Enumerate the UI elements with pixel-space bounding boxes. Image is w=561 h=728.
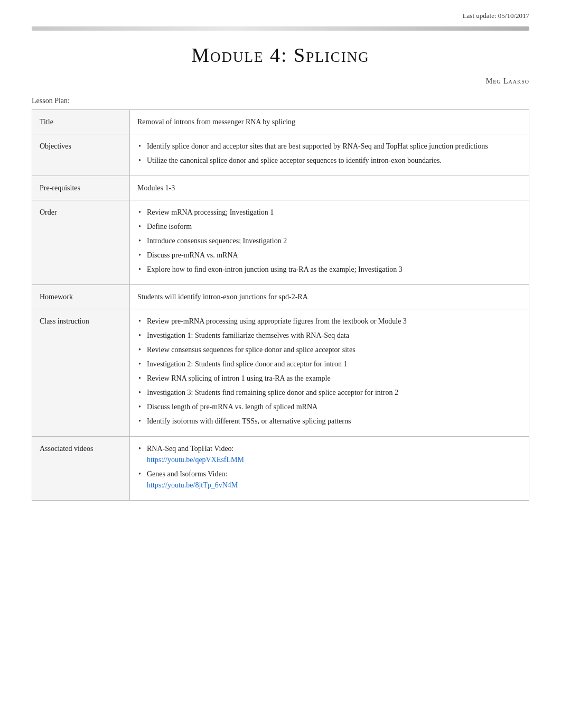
row-label: Objectives xyxy=(32,134,130,176)
list-item: Review consensus sequences for splice do… xyxy=(137,344,521,355)
last-update-text: Last update: 05/10/2017 xyxy=(32,11,529,21)
decorative-bar xyxy=(32,26,529,31)
page-container: Last update: 05/10/2017 Module 4: Splici… xyxy=(0,0,561,532)
module-title: Module 4: Splicing xyxy=(32,40,529,70)
table-row: Class instructionReview pre-mRNA process… xyxy=(32,309,529,436)
link-prefix: Genes and Isoforms Video: xyxy=(147,470,227,478)
lesson-plan-label: Lesson Plan: xyxy=(32,95,529,106)
row-content: Identify splice donor and acceptor sites… xyxy=(130,134,529,176)
row-label: Pre-requisites xyxy=(32,176,130,200)
list-item: Discuss length of pre-mRNA vs. length of… xyxy=(137,401,521,412)
table-row: ObjectivesIdentify splice donor and acce… xyxy=(32,134,529,176)
row-content: RNA-Seq and TopHat Video:https://youtu.b… xyxy=(130,436,529,500)
lesson-plan-table: TitleRemoval of introns from messenger R… xyxy=(32,109,529,501)
plain-content: Modules 1-3 xyxy=(137,182,521,193)
list-item: Investigation 3: Students find remaining… xyxy=(137,387,521,398)
list-item: Define isoform xyxy=(137,221,521,232)
row-content: Modules 1-3 xyxy=(130,176,529,200)
link-prefix: RNA-Seq and TopHat Video: xyxy=(147,445,233,453)
video-link[interactable]: https://youtu.be/8jtTp_6vN4M xyxy=(147,481,238,489)
list-item: Introduce consensus sequences; Investiga… xyxy=(137,235,521,246)
row-label: Homework xyxy=(32,284,130,309)
row-content: Removal of introns from messenger RNA by… xyxy=(130,109,529,134)
list-item: Investigation 1: Students familiarize th… xyxy=(137,330,521,341)
list-item: Review pre-mRNA processing using appropr… xyxy=(137,316,521,327)
row-label: Associated videos xyxy=(32,436,130,500)
plain-content: Removal of introns from messenger RNA by… xyxy=(137,116,521,127)
row-content: Students will identify intron-exon junct… xyxy=(130,284,529,309)
list-item: Discuss pre-mRNA vs. mRNA xyxy=(137,250,521,261)
author-name: Meg Laakso xyxy=(32,76,529,87)
list-item: Explore how to find exon-intron junction… xyxy=(137,264,521,275)
row-content: Review mRNA processing; Investigation 1D… xyxy=(130,200,529,284)
table-row: Associated videosRNA-Seq and TopHat Vide… xyxy=(32,436,529,500)
row-label: Title xyxy=(32,109,130,134)
plain-content: Students will identify intron-exon junct… xyxy=(137,291,521,302)
row-label: Class instruction xyxy=(32,309,130,436)
table-row: TitleRemoval of introns from messenger R… xyxy=(32,109,529,134)
list-item: Identify isoforms with different TSSs, o… xyxy=(137,416,521,427)
table-row: OrderReview mRNA processing; Investigati… xyxy=(32,200,529,284)
list-item: Investigation 2: Students find splice do… xyxy=(137,358,521,370)
table-row: Pre-requisitesModules 1-3 xyxy=(32,176,529,200)
list-item: Genes and Isoforms Video:https://youtu.b… xyxy=(137,468,521,491)
list-item: Review RNA splicing of intron 1 using tr… xyxy=(137,373,521,384)
list-item: Identify splice donor and acceptor sites… xyxy=(137,141,521,152)
table-row: HomeworkStudents will identify intron-ex… xyxy=(32,284,529,309)
list-item: Review mRNA processing; Investigation 1 xyxy=(137,207,521,218)
list-item: Utilize the canonical splice donor and s… xyxy=(137,155,521,166)
list-item: RNA-Seq and TopHat Video:https://youtu.b… xyxy=(137,443,521,465)
row-content: Review pre-mRNA processing using appropr… xyxy=(130,309,529,436)
video-link[interactable]: https://youtu.be/qepVXEsfLMM xyxy=(147,456,244,464)
row-label: Order xyxy=(32,200,130,284)
